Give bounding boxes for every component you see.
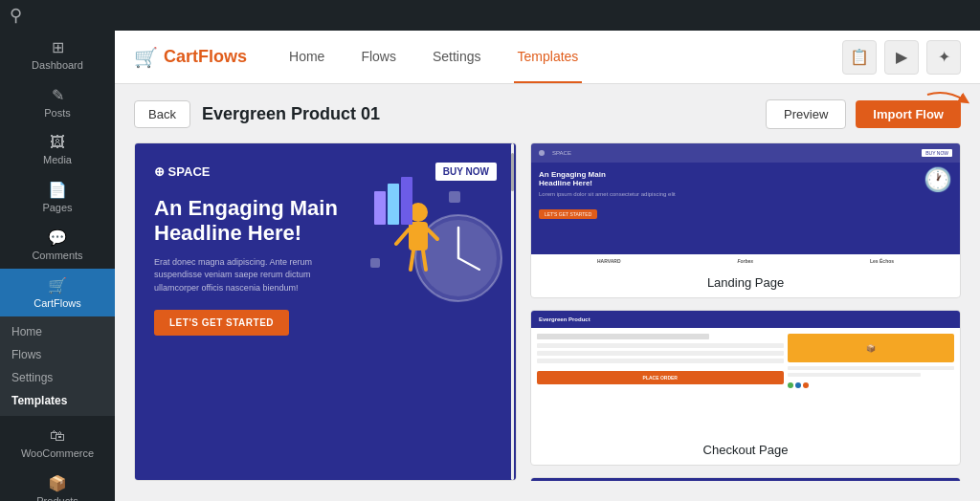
header-bar: Back Evergreen Product 01 Preview Click … — [134, 99, 961, 129]
dot-green — [788, 382, 793, 388]
brand: 🛒 CartFlows — [134, 46, 247, 69]
sidebar: ⊞ Dashboard ✎ Posts 🖼 Media 📄 Pages 💬 Co… — [0, 0, 115, 501]
cp-color-dots — [788, 382, 954, 388]
lp-content: An Engaging MainHeadline Here! Lorem ips… — [531, 163, 960, 228]
sidebar-item-dashboard[interactable]: ⊞ Dashboard — [0, 31, 115, 78]
lp-logo-dot — [539, 150, 545, 156]
sidebar-item-woocommerce[interactable]: 🛍 WooCommerce — [0, 420, 115, 467]
template-thumbnail-landing-page: SPACE BUY NOW An Engaging MainHeadline H… — [531, 143, 960, 268]
header-actions: Preview Click to importthe template Impo… — [766, 99, 961, 129]
template-card-checkout-page[interactable]: Evergreen Product PLACE ORDER — [530, 310, 961, 466]
sidebar-item-media[interactable]: 🖼 Media — [0, 126, 115, 173]
cp-row-2 — [537, 343, 784, 348]
lp-text: Lorem ipsum dolor sit amet consectetur a… — [539, 191, 952, 197]
sidebar-item-label: Products — [36, 495, 78, 501]
comments-icon: 💬 — [48, 229, 67, 247]
template-card-thank-you-page[interactable]: Thank You! ✓ Your Awesome Product — [530, 477, 961, 481]
template-thumbnail-checkout-page: Evergreen Product PLACE ORDER — [531, 311, 960, 435]
thumbnails-panel: SPACE BUY NOW An Engaging MainHeadline H… — [530, 142, 961, 481]
sidebar-item-label: Comments — [32, 250, 82, 261]
lp-header: SPACE BUY NOW — [531, 143, 960, 163]
cp-product-icon: 📦 — [866, 344, 876, 353]
preview-logo: ⊕ SPACE — [154, 164, 210, 179]
sidebar-item-pages[interactable]: 📄 Pages — [0, 173, 115, 221]
preview-illustration — [353, 163, 506, 316]
sidebar-item-cf-home[interactable]: Home — [0, 320, 115, 343]
preview-scrollbar[interactable] — [510, 143, 514, 480]
brand-name: CartFlows — [164, 47, 247, 67]
ty-preview: Thank You! ✓ Your Awesome Product — [531, 478, 960, 481]
cp-right: 📦 — [788, 334, 954, 388]
products-icon: 📦 — [48, 474, 67, 492]
cartflows-submenu: Home Flows Settings Templates — [0, 316, 115, 416]
template-label-checkout-page: Checkout Page — [531, 435, 960, 465]
nav-item-settings[interactable]: Settings — [429, 32, 485, 83]
preview-body-text: Erat donec magna adipiscing. Ante rerum … — [154, 256, 345, 295]
preview-scroll[interactable]: ⊕ SPACE BUY NOW — [135, 143, 516, 480]
cp-row-4 — [537, 359, 784, 363]
svg-rect-10 — [374, 191, 386, 225]
dot-blue — [795, 382, 801, 388]
sidebar-item-label: WooCommerce — [21, 447, 94, 459]
main-content: 🛒 CartFlows Home Flows Settings Template… — [115, 0, 980, 501]
sidebar-item-label: Pages — [42, 202, 72, 213]
svg-rect-14 — [370, 258, 380, 268]
star-icon-button[interactable]: ✦ — [926, 40, 961, 75]
nav-item-home[interactable]: Home — [285, 32, 328, 83]
preview-button[interactable]: Preview — [766, 99, 846, 129]
import-flow-button[interactable]: Import Flow — [856, 100, 961, 128]
sidebar-item-cf-settings[interactable]: Settings — [0, 366, 115, 389]
preview-panel: ⊕ SPACE BUY NOW — [134, 142, 517, 481]
dot-orange — [803, 382, 809, 388]
woocommerce-icon: 🛍 — [50, 427, 65, 445]
scrollbar-track — [511, 143, 514, 480]
svg-rect-5 — [409, 222, 428, 250]
svg-rect-13 — [449, 191, 460, 203]
nav-item-templates[interactable]: Templates — [514, 32, 583, 83]
brand-icon: 🛒 — [134, 46, 158, 69]
video-icon-button[interactable]: ▶ — [884, 40, 919, 75]
cp-left: PLACE ORDER — [537, 334, 784, 388]
cp-price-row — [788, 366, 954, 370]
cp-header-text: Evergreen Product — [539, 316, 590, 322]
cp-btn-text: PLACE ORDER — [643, 375, 678, 381]
tooltip-text: Click to importthe template — [791, 84, 884, 85]
template-card-landing-page[interactable]: SPACE BUY NOW An Engaging MainHeadline H… — [530, 142, 961, 298]
dashboard-icon: ⊞ — [52, 38, 64, 56]
lp-headline: An Engaging MainHeadline Here! — [539, 170, 952, 187]
cp-header: Evergreen Product — [531, 311, 960, 328]
lp-cta: LET'S GET STARTED — [539, 209, 597, 219]
back-button[interactable]: Back — [134, 100, 190, 128]
template-thumbnail-thank-you-page: Thank You! ✓ Your Awesome Product — [531, 478, 960, 481]
import-tooltip-container: Click to importthe template Import Flow — [856, 100, 961, 128]
sidebar-item-label: Posts — [44, 107, 71, 119]
lp-brands: HARVARD Forbes Les Échos — [531, 254, 960, 268]
preview-headline: An Engaging Main Headline Here! — [154, 196, 345, 247]
template-label-landing-page: Landing Page — [531, 268, 960, 297]
cp-preview: Evergreen Product PLACE ORDER — [531, 311, 960, 435]
cp-content: PLACE ORDER 📦 — [531, 328, 960, 394]
doc-icon-button[interactable]: 📋 — [842, 40, 877, 75]
preview-cta: LET'S GET STARTED — [154, 310, 289, 336]
cp-order-btn: PLACE ORDER — [537, 371, 784, 384]
cp-row-1 — [537, 334, 709, 339]
lp-illustration: 🕐 — [924, 166, 952, 193]
page-area: Back Evergreen Product 01 Preview Click … — [115, 84, 980, 501]
content-grid: ⊕ SPACE BUY NOW — [134, 142, 961, 481]
sidebar-item-cf-flows[interactable]: Flows — [0, 343, 115, 366]
nav-item-flows[interactable]: Flows — [357, 32, 400, 83]
lp-nav-btn: BUY NOW — [922, 149, 952, 157]
cartflows-icon: 🛒 — [48, 276, 67, 294]
svg-rect-11 — [388, 184, 399, 225]
sidebar-item-label: CartFlows — [33, 297, 81, 309]
sidebar-item-cf-templates[interactable]: Templates — [0, 389, 115, 412]
media-icon: 🖼 — [50, 134, 65, 151]
lp-logo-text: SPACE — [552, 150, 571, 156]
sidebar-item-posts[interactable]: ✎ Posts — [0, 78, 115, 126]
sidebar-bottom: 🛍 WooCommerce 📦 Products 📊 Analytics 📣 M… — [0, 420, 115, 501]
sidebar-item-cartflows[interactable]: 🛒 CartFlows — [0, 269, 115, 316]
svg-line-8 — [411, 250, 413, 270]
ty-header: Thank You! — [531, 478, 960, 481]
sidebar-item-products[interactable]: 📦 Products — [0, 467, 115, 501]
sidebar-item-comments[interactable]: 💬 Comments — [0, 221, 115, 269]
